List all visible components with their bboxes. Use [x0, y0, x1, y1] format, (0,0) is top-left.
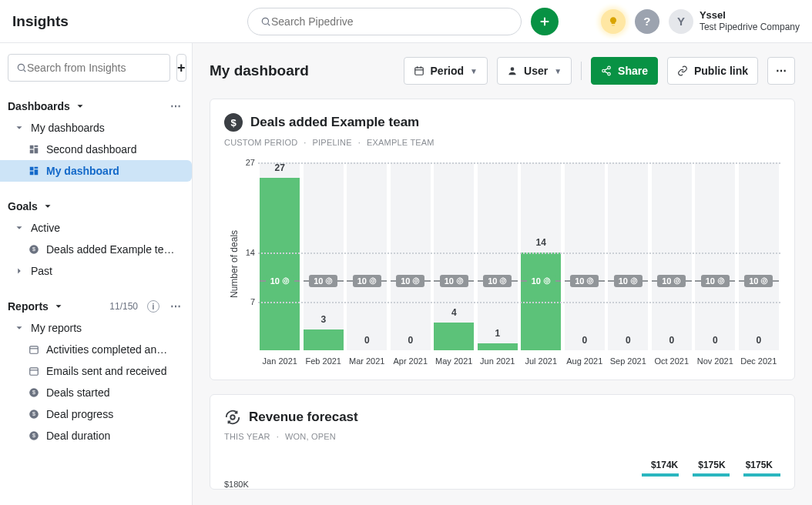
bar-column[interactable]: 110 [476, 162, 520, 350]
sidebar-item-goal-deals-added[interactable]: $ Deals added Example te… [0, 239, 192, 260]
svg-rect-10 [30, 167, 34, 171]
bar-column[interactable]: 010 [563, 162, 607, 350]
user-button[interactable]: User ▼ [497, 57, 572, 85]
tips-button[interactable] [601, 9, 626, 34]
dashboard-icon [28, 165, 40, 177]
nav-item-label: Deal duration [46, 430, 110, 442]
help-button[interactable]: ? [635, 9, 659, 34]
bar-column[interactable]: 2710 [258, 162, 302, 350]
more-icon[interactable]: ⋯ [170, 300, 181, 313]
card-header: $ Deals added Example team [224, 113, 780, 132]
chevron-down-icon [14, 323, 25, 333]
search-icon [260, 16, 271, 27]
bar-column[interactable]: 010 [345, 162, 389, 350]
card-filters: CUSTOM PERIOD PIPELINE EXAMPLE TEAM [224, 138, 780, 147]
sidebar-item-report[interactable]: Emails sent and received [0, 360, 192, 382]
target-marker: 10 [434, 273, 474, 289]
svg-line-5 [24, 70, 26, 72]
svg-rect-8 [35, 148, 39, 153]
bar-value-label: 1 [495, 328, 500, 339]
sidebar-item-my-dashboard[interactable]: My dashboard [0, 160, 192, 182]
public-link-button[interactable]: Public link [667, 57, 758, 85]
avatar: Y [669, 9, 693, 34]
sidebar-item-report[interactable]: $Deal duration [0, 425, 192, 446]
bar-column[interactable]: 010 [693, 162, 737, 350]
card-header: Revenue forecast [224, 409, 780, 426]
nav-group-active[interactable]: Active [0, 217, 192, 239]
layout: + Dashboards ⋯ My dashboards Second dash… [0, 43, 812, 505]
svg-rect-7 [35, 145, 39, 147]
svg-point-73 [676, 279, 679, 282]
button-label: Public link [694, 65, 748, 77]
target-marker: 10 [565, 273, 605, 289]
sidebar-item-report[interactable]: $Deal progress [0, 403, 192, 425]
period-button[interactable]: Period ▼ [404, 57, 488, 85]
sidebar-item-second-dashboard[interactable]: Second dashboard [0, 139, 192, 160]
bar-value-label: 0 [713, 335, 718, 346]
nav-group-my-dashboards[interactable]: My dashboards [0, 117, 192, 139]
more-actions-button[interactable]: ⋯ [767, 57, 795, 85]
info-icon[interactable]: i [147, 300, 159, 313]
bar [434, 323, 474, 350]
user-menu[interactable]: Y Yssel Test Pipedrive Company [669, 9, 800, 34]
target-marker: 10 [347, 273, 387, 289]
bar-column[interactable]: 010 [650, 162, 694, 350]
nav-item-label: Second dashboard [46, 143, 137, 156]
x-tick: Aug 2021 [563, 350, 607, 366]
svg-point-65 [589, 279, 592, 282]
filter-chip: EXAMPLE TEAM [358, 138, 435, 147]
filter-chip: WON, OPEN [277, 432, 336, 441]
sidebar-search-input[interactable] [27, 62, 162, 74]
sidebar-search[interactable] [8, 54, 170, 82]
section-reports[interactable]: Reports 11/150 i ⋯ [0, 293, 192, 317]
svg-point-31 [608, 66, 611, 69]
svg-text:$: $ [32, 433, 35, 438]
svg-text:$: $ [32, 246, 35, 252]
x-tick: Oct 2021 [650, 350, 694, 366]
link-icon [677, 65, 688, 76]
currency-icon: $ [28, 243, 40, 256]
y-tick: 7 [250, 297, 255, 306]
svg-point-32 [602, 69, 606, 72]
section-dashboards[interactable]: Dashboards ⋯ [0, 92, 192, 117]
bar-column[interactable]: 410 [432, 162, 476, 350]
nav-group-past[interactable]: Past [0, 260, 192, 282]
target-marker: 10 [652, 273, 692, 289]
sidebar-item-report[interactable]: $Deals started [0, 382, 192, 403]
add-button[interactable] [531, 8, 559, 35]
x-tick: Feb 2021 [302, 350, 346, 366]
nav-item-label: My dashboard [46, 165, 119, 177]
sidebar-item-report[interactable]: Activities completed an… [0, 339, 192, 360]
nav-group-my-reports[interactable]: My reports [0, 317, 192, 339]
svg-line-35 [605, 72, 608, 73]
bar-column[interactable]: 1410 [519, 162, 563, 350]
filter-chip: PIPELINE [304, 138, 351, 147]
user-company: Test Pipedrive Company [700, 22, 800, 32]
share-button[interactable]: Share [591, 57, 658, 85]
currency-icon: $ [28, 386, 40, 399]
bar-column[interactable]: 010 [737, 162, 781, 350]
chevron-right-icon [14, 266, 25, 276]
card-filters: THIS YEAR WON, OPEN [224, 432, 780, 441]
nav-item-label: Deals started [46, 386, 109, 399]
global-search-input[interactable] [271, 15, 508, 28]
bar-value-label: 14 [536, 237, 546, 248]
forecast-preview: $174K $175K $175K $180K [224, 460, 780, 489]
bar-column[interactable]: 310 [302, 162, 346, 350]
calendar-icon [28, 365, 40, 377]
sidebar-add-button[interactable]: + [176, 54, 186, 82]
nav-item-label: Emails sent and received [46, 365, 166, 377]
target-marker: 10 [391, 273, 431, 289]
svg-point-61 [545, 279, 548, 282]
card-title: Revenue forecast [249, 410, 358, 425]
target-marker: 10 [304, 273, 344, 289]
currency-icon: $ [224, 113, 243, 132]
more-icon[interactable]: ⋯ [170, 100, 181, 112]
svg-point-69 [632, 279, 635, 282]
section-goals[interactable]: Goals [0, 192, 192, 217]
global-search[interactable] [247, 8, 522, 35]
bar-value-label: 0 [582, 335, 587, 346]
bar-column[interactable]: 010 [389, 162, 433, 350]
bar-column[interactable]: 010 [606, 162, 650, 350]
target-marker: 10 [260, 273, 300, 289]
